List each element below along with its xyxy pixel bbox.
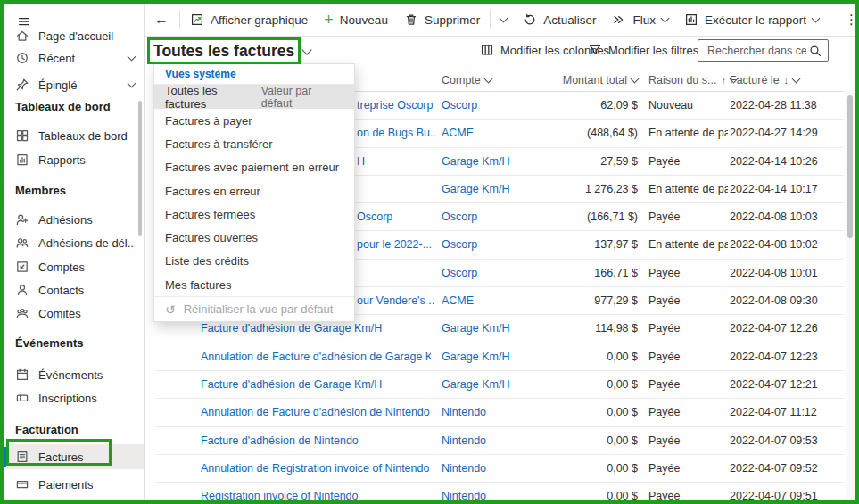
sidebar-item-payments[interactable]: Paiements — [4, 474, 144, 495]
run-report-button[interactable]: Exécuter le rapport — [676, 7, 827, 32]
flow-button[interactable]: Flux — [604, 7, 676, 32]
account-link[interactable]: ACME — [442, 120, 474, 147]
new-button[interactable]: + Nouveau — [316, 7, 396, 32]
screenshot-root: Page d'accueil Récent Épinglé Tableaux d… — [0, 0, 859, 504]
sidebar-item-events[interactable]: Événements — [4, 364, 144, 385]
plus-icon: + — [324, 12, 334, 28]
account-link[interactable]: Nintendo — [442, 483, 486, 500]
delete-split-chevron-button[interactable] — [492, 7, 515, 32]
sidebar-item-contacts[interactable]: Contacts — [4, 279, 144, 301]
table-row[interactable]: Annulation de Facture d'adhésion de Gara… — [156, 343, 844, 371]
column-header-account[interactable]: Compte — [442, 68, 491, 92]
date-cell: 2022-04-07 09:52 — [730, 455, 818, 483]
refresh-button[interactable]: Actualiser — [515, 7, 604, 32]
chevron-down-icon — [661, 14, 670, 23]
column-header-total[interactable]: Montant total — [497, 68, 638, 92]
sidebar-item-registrations[interactable]: Inscriptions — [4, 387, 144, 409]
account-link[interactable]: Garage Km/H — [442, 343, 509, 371]
sidebar-item-reports[interactable]: Rapports — [4, 149, 144, 170]
table-row[interactable]: Registration invoice of NintendoNintendo… — [156, 483, 844, 500]
invoice-name-link[interactable]: on de Bugs Bu... — [357, 120, 435, 147]
delete-button[interactable]: Supprimer — [396, 7, 488, 32]
sidebar-item-invoices[interactable]: Factures — [4, 444, 144, 469]
account-link[interactable]: ACME — [442, 287, 474, 315]
view-menu-item[interactable]: Factures en erreur — [154, 179, 354, 202]
account-link[interactable]: Garage Km/H — [442, 315, 509, 343]
edit-filters-button[interactable]: Modifier les filtres — [588, 43, 698, 57]
column-header-status-reason[interactable]: Raison du s... ↑ — [648, 68, 737, 92]
account-link[interactable]: Nintendo — [442, 427, 486, 455]
account-link[interactable]: Oscorp — [442, 92, 477, 120]
table-row[interactable]: Annulation de Registration invoice of Ni… — [156, 455, 844, 483]
invoice-name-link[interactable]: Annulation de Registration invoice of Ni… — [201, 455, 429, 483]
view-menu-item-label: Toutes les factures — [165, 84, 261, 111]
command-bar-overflow-button[interactable]: ⋮ — [838, 12, 859, 28]
view-menu-item[interactable]: Factures ouvertes — [154, 226, 354, 249]
sidebar-item-recent[interactable]: Récent — [4, 47, 144, 69]
sidebar-item-label: Page d'accueil — [38, 29, 113, 43]
account-link[interactable]: Garage Km/H — [442, 176, 509, 203]
account-link[interactable]: Oscorp — [442, 260, 477, 287]
search-icon[interactable] — [808, 44, 822, 58]
table-row[interactable]: Facture d'adhésion de Garage Km/HGarage … — [156, 371, 844, 399]
date-cell: 2022-04-14 10:17 — [730, 176, 818, 203]
show-chart-button[interactable]: Afficher graphique — [182, 7, 316, 32]
invoice-name-link[interactable]: Facture d'adhésion de Garage Km/H — [201, 371, 382, 399]
new-label: Nouveau — [340, 13, 388, 27]
invoice-name-link[interactable]: treprise Oscorp — [357, 92, 433, 120]
amount-cell: 0,00 $ — [513, 343, 638, 371]
view-search-box[interactable] — [698, 39, 829, 62]
table-row[interactable]: Facture d'adhésion de NintendoNintendo0,… — [156, 427, 844, 455]
view-menu-item[interactable]: Mes factures — [154, 273, 354, 296]
committee-icon — [15, 306, 29, 320]
view-menu-item-default[interactable]: Toutes les factures Valeur par défaut — [154, 85, 354, 109]
view-menu-item[interactable]: Factures fermées — [154, 202, 354, 226]
view-menu-item[interactable]: Factures à payer — [154, 109, 354, 132]
search-input[interactable] — [706, 44, 808, 58]
table-row[interactable]: Annulation de Facture d'adhésion de Nint… — [156, 399, 844, 426]
invoice-name-link[interactable]: Oscorp — [357, 203, 392, 231]
divider — [179, 10, 180, 29]
invoice-icon — [15, 450, 29, 464]
column-header-invoiced-on[interactable]: Facturé le ↓ — [730, 68, 799, 92]
sidebar-item-delegate-memberships[interactable]: Adhésions de dél... — [4, 232, 144, 253]
sidebar-item-dashboards[interactable]: Tableaux de bord — [4, 125, 144, 146]
status-cell: En attente de paiement — [648, 176, 728, 203]
command-bar: ← Afficher graphique + Nouveau Supprimer… — [145, 4, 855, 36]
grid-scrollbar-thumb[interactable] — [847, 95, 853, 238]
chevron-down-icon[interactable] — [128, 53, 136, 62]
reset-default-view-item[interactable]: ↺ Réinitialiser la vue par défaut — [154, 296, 354, 321]
back-button[interactable]: ← — [145, 7, 178, 32]
sidebar-item-label: Paiements — [38, 478, 93, 492]
account-link[interactable]: Garage Km/H — [442, 371, 509, 399]
sidebar-item-pinned[interactable]: Épinglé — [4, 74, 144, 95]
sidebar-item-memberships[interactable]: Adhésions — [4, 209, 144, 230]
sidebar-scrollbar[interactable] — [138, 101, 142, 236]
column-label: Raison du s... — [648, 74, 716, 87]
account-link[interactable]: Oscorp — [442, 231, 477, 259]
sidebar-item-accounts[interactable]: Comptes — [4, 256, 144, 277]
sidebar-group-events: Événements — [15, 336, 84, 350]
sidebar-item-committees[interactable]: Comités — [4, 302, 144, 324]
invoice-name-link[interactable]: H — [357, 148, 365, 176]
account-link[interactable]: Garage Km/H — [442, 148, 509, 176]
grid-scrollbar[interactable] — [846, 90, 855, 500]
view-selector-button[interactable]: Toutes les factures — [153, 42, 310, 61]
invoice-name-link[interactable]: our Vendere's ... — [357, 287, 435, 315]
invoice-name-link[interactable]: Facture d'adhésion de Nintendo — [201, 427, 359, 455]
invoice-name-link[interactable]: Registration invoice of Nintendo — [201, 483, 359, 500]
account-link[interactable]: Nintendo — [442, 455, 486, 483]
sidebar-item-label: Événements — [38, 368, 103, 382]
invoice-name-link[interactable]: pour le 2022-... — [357, 231, 432, 259]
account-link[interactable]: Oscorp — [442, 203, 477, 231]
view-menu-item[interactable]: Factures à transférer — [154, 132, 354, 155]
column-label: Facturé le — [730, 74, 780, 87]
invoice-name-link[interactable]: Annulation de Facture d'adhésion de Nint… — [201, 399, 430, 426]
sidebar-item-home[interactable]: Page d'accueil — [4, 25, 144, 46]
account-link[interactable]: Nintendo — [442, 399, 486, 426]
chevron-down-icon[interactable] — [128, 79, 136, 88]
sidebar-item-label: Adhésions — [38, 213, 93, 227]
invoice-name-link[interactable]: Annulation de Facture d'adhésion de Gara… — [201, 343, 431, 371]
view-menu-item[interactable]: Liste des crédits — [154, 250, 354, 273]
view-menu-item[interactable]: Factures avec paiement en erreur — [154, 156, 354, 179]
